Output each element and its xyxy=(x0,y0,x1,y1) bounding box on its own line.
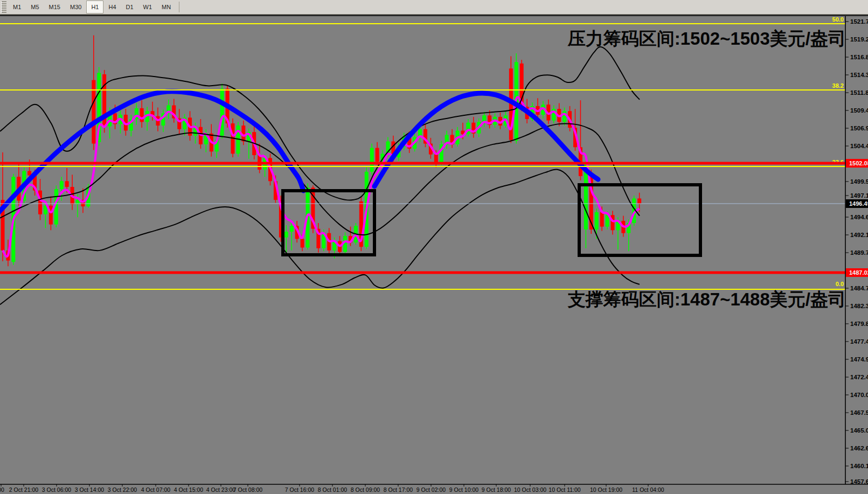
mt4-window: M1M5M15M30H1H4D1W1MN 50.038.223.60.01521… xyxy=(0,0,868,494)
candle-body xyxy=(595,212,599,229)
candle-body xyxy=(38,191,42,214)
price-tick-label: 1521.70 xyxy=(850,18,868,25)
candle-body xyxy=(290,226,294,232)
price-tick-label: 1465.05 xyxy=(850,427,868,434)
price-tick-label: 1489.70 xyxy=(850,249,868,256)
time-tick-label: 11 Oct 04:00 xyxy=(632,486,664,493)
time-tick-label: 4 Oct 15:00 xyxy=(174,486,203,493)
price-tick-label: 1509.40 xyxy=(850,107,868,114)
price-tick-label: 1470.00 xyxy=(850,392,868,398)
price-tick-label: 1484.75 xyxy=(850,285,868,291)
candle-body xyxy=(611,215,615,230)
price-tick-label: 1506.95 xyxy=(850,125,868,131)
candle-body xyxy=(65,181,69,187)
timeframe-button-H1[interactable]: H1 xyxy=(86,1,103,13)
toolbar-separator xyxy=(179,2,179,12)
price-tag-resistance-label: 1502.08 xyxy=(849,160,868,166)
time-tick-label: 9 Oct 02:00 xyxy=(416,486,446,493)
time-tick-label: 00 xyxy=(0,486,4,493)
toolbar-grip-handle[interactable] xyxy=(1,1,6,13)
candle-body xyxy=(370,148,374,172)
fib-label-0.0: 0.0 xyxy=(836,281,844,287)
price-axis[interactable]: 1521.701519.251516.801514.301511.851509.… xyxy=(845,16,868,485)
candle-body xyxy=(140,108,144,122)
price-chart-canvas[interactable]: 50.038.223.60.01521.701519.251516.801514… xyxy=(0,16,868,494)
candle-body xyxy=(49,206,53,225)
price-tag-bid-label: 1496.49 xyxy=(849,200,868,207)
price-tick-label: 1479.85 xyxy=(850,321,868,327)
chart-area[interactable]: 50.038.223.60.01521.701519.251516.801514… xyxy=(0,16,868,494)
time-tick-label: 3 Oct 06:00 xyxy=(42,486,71,493)
price-tick-label: 1514.30 xyxy=(850,72,868,78)
price-tick-label: 1477.40 xyxy=(850,338,868,345)
plot-layer: 50.038.223.60.0 xyxy=(0,16,845,304)
candle-body xyxy=(220,89,224,136)
price-tick-label: 1499.55 xyxy=(850,178,868,185)
time-tick-label: 9 Oct 18:00 xyxy=(482,486,511,493)
price-tick-label: 1467.55 xyxy=(850,409,868,416)
price-tick-label: 1497.10 xyxy=(850,192,868,199)
time-tick-label: 3 Oct 22:00 xyxy=(108,486,137,493)
time-tick-label: 8 Oct 01:00 xyxy=(318,486,347,493)
price-tick-label: 1494.60 xyxy=(850,214,868,220)
timeframe-button-M5[interactable]: M5 xyxy=(26,1,44,13)
candle-body xyxy=(434,155,438,163)
time-tick-label: 10 Oct 11:00 xyxy=(548,486,581,493)
timeframe-button-MN[interactable]: MN xyxy=(157,1,176,13)
price-tick-label: 1482.30 xyxy=(850,303,868,309)
timeframe-button-M30[interactable]: M30 xyxy=(65,1,86,13)
bollinger-middle-line xyxy=(0,123,640,235)
support-annotation: 支撑筹码区间:1487~1488美元/盎司 xyxy=(568,290,846,309)
timeframe-button-M1[interactable]: M1 xyxy=(8,1,26,13)
fib-label-38.2: 38.2 xyxy=(832,82,844,89)
time-tick-label: 4 Oct 07:00 xyxy=(141,486,170,493)
timeframe-toolbar: M1M5M15M30H1H4D1W1MN xyxy=(0,0,868,15)
price-tick-label: 1516.80 xyxy=(850,54,868,60)
timeframe-button-M15[interactable]: M15 xyxy=(44,1,65,13)
time-tick-label: 9 Oct 10:00 xyxy=(449,486,478,493)
timeframe-button-H4[interactable]: H4 xyxy=(103,1,121,13)
time-tick-label: 8 Oct 17:00 xyxy=(384,486,413,493)
time-tick-label: 8 Oct 09:00 xyxy=(351,486,380,493)
price-tick-label: 1462.60 xyxy=(850,445,868,451)
candle-body xyxy=(600,212,604,227)
price-tick-label: 1504.45 xyxy=(850,143,868,149)
price-tag-support-label: 1487.02 xyxy=(849,269,868,276)
time-tick-label: 3 Oct 14:00 xyxy=(75,486,104,493)
price-tick-label: 1472.45 xyxy=(850,374,868,380)
price-tick-label: 1492.15 xyxy=(850,232,868,238)
candle-body xyxy=(60,181,64,189)
candle-body xyxy=(563,111,566,122)
time-axis[interactable]: 002 Oct 21:003 Oct 06:003 Oct 14:003 Oct… xyxy=(0,484,868,493)
candle-body xyxy=(376,148,379,162)
candle-body xyxy=(637,198,641,203)
price-tick-label: 1474.90 xyxy=(850,356,868,363)
fib-label-50.0: 50.0 xyxy=(832,16,844,23)
price-tick-label: 1460.15 xyxy=(850,463,868,469)
candle-body xyxy=(284,232,288,238)
price-tick-label: 1519.25 xyxy=(850,36,868,43)
time-tick-label: 10 Oct 19:00 xyxy=(590,486,622,493)
time-tick-label: 7 Oct 16:00 xyxy=(285,486,314,493)
price-tick-label: 1457.65 xyxy=(850,478,868,485)
timeframe-button-W1[interactable]: W1 xyxy=(138,1,157,13)
resistance-annotation: 压力筹码区间:1502~1503美元/盎司 xyxy=(568,30,846,48)
price-tick-label: 1511.85 xyxy=(850,89,868,96)
time-tick-label: 2 Oct 21:00 xyxy=(9,486,38,493)
time-tick-label: 4 Oct 23:00 xyxy=(206,486,235,493)
timeframe-button-D1[interactable]: D1 xyxy=(121,1,138,13)
candle-body xyxy=(301,239,304,247)
time-tick-label: 7 Oct 08:00 xyxy=(233,486,262,493)
time-tick-label: 10 Oct 03:00 xyxy=(514,486,546,493)
